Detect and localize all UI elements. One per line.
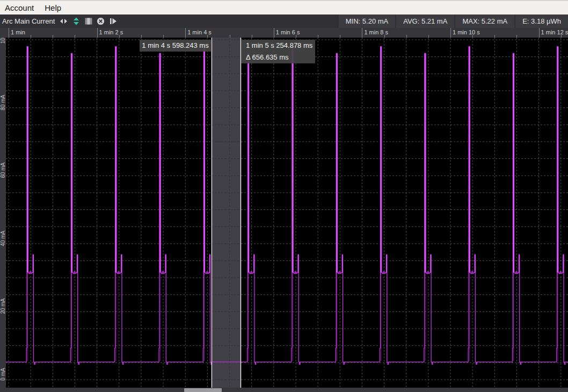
time-tick-label: 1 min 6 s [276, 29, 300, 35]
statistics-bar: MIN: 5.20 mA AVG: 5.21 mA MAX: 5.22 mA E… [338, 14, 568, 28]
time-major-tick [9, 28, 9, 38]
selection-end-label: 1 min 5 s 254.878 ms [241, 40, 315, 52]
signal-name-label: Arc Main Current [0, 17, 58, 25]
menu-bar: Account Help [0, 0, 568, 14]
stat-energy: E: 3.18 µWh [515, 14, 568, 28]
stat-max: MAX: 5.22 mA [455, 14, 514, 28]
signal-toolbar: Arc Main Current [0, 14, 568, 28]
waveform-canvas[interactable] [0, 38, 568, 388]
current-tick-label: 20 mA [0, 294, 6, 318]
markers-icon[interactable] [84, 17, 93, 26]
waveform-chart[interactable]: 1 min 4 s 598.243 ms 1 min 5 s 254.878 m… [0, 38, 568, 388]
stat-min: MIN: 5.20 mA [339, 14, 395, 28]
step-forward-icon[interactable] [108, 17, 118, 26]
pan-horizontal-icon[interactable] [59, 17, 68, 26]
time-tick-label: 1 min [11, 29, 25, 35]
expand-vertical-icon[interactable] [71, 17, 81, 26]
toolbar-icons [59, 17, 118, 26]
time-axis[interactable]: 1 min1 min 2 s1 min 4 s1 min 6 s1 min 8 … [0, 28, 568, 38]
power-profiler-window: Account Help Arc Main Current [0, 0, 568, 392]
current-tick-label: 60 mA [0, 158, 6, 182]
time-major-tick [274, 28, 274, 38]
time-major-tick [539, 28, 540, 38]
horizontal-scrollbar[interactable] [0, 388, 568, 392]
stat-avg: AVG: 5.21 mA [396, 14, 454, 28]
time-major-tick [450, 28, 451, 38]
time-tick-label: 1 min 4 s [187, 29, 212, 35]
menu-help[interactable]: Help [39, 1, 67, 14]
clear-icon[interactable] [96, 17, 105, 26]
selection-start-label: 1 min 4 s 598.243 ms [140, 40, 211, 52]
menu-account[interactable]: Account [0, 1, 39, 14]
time-tick-label: 1 min 12 s [541, 29, 568, 35]
scrollbar-handle[interactable] [184, 388, 222, 392]
selection-delta-label: Δ 656.635 ms [241, 52, 315, 63]
current-tick-label: 40 mA [0, 227, 6, 250]
current-tick-label: 0 mA [0, 362, 6, 386]
time-tick-label: 1 min 8 s [364, 29, 388, 35]
time-major-tick [97, 28, 98, 38]
time-tick-label: 1 min 2 s [99, 29, 123, 35]
time-major-tick [362, 28, 362, 38]
current-tick-label: 100 mA [0, 38, 6, 46]
time-tick-label: 1 min 10 s [453, 29, 480, 35]
current-axis-strip [0, 38, 6, 388]
current-tick-label: 80 mA [0, 91, 6, 114]
time-major-tick [185, 28, 186, 38]
